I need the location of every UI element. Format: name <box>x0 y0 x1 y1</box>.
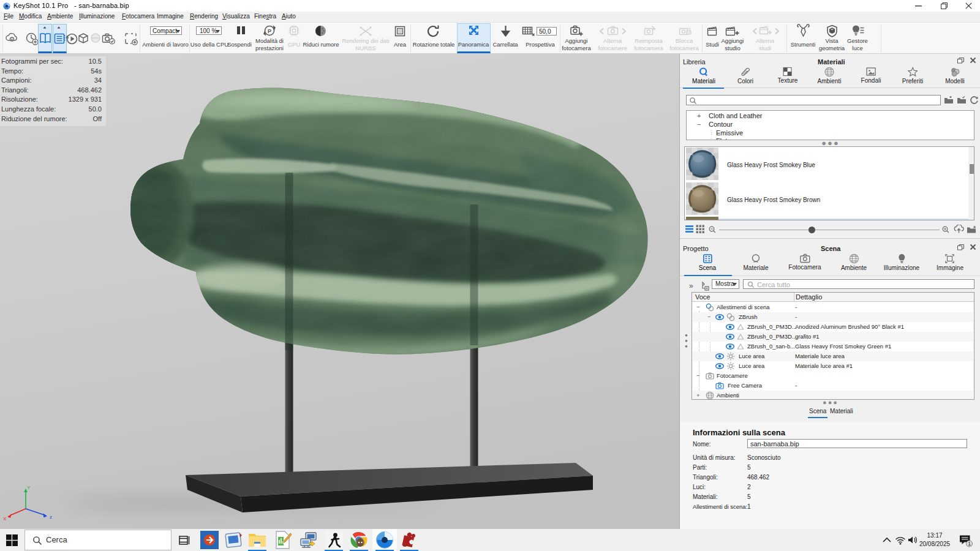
svg-text:X: X <box>3 516 7 522</box>
svg-text:1: 1 <box>968 541 971 547</box>
svg-text:P: P <box>268 28 271 34</box>
svg-text:z: z <box>50 514 52 520</box>
svg-text:Y: Y <box>27 485 31 490</box>
